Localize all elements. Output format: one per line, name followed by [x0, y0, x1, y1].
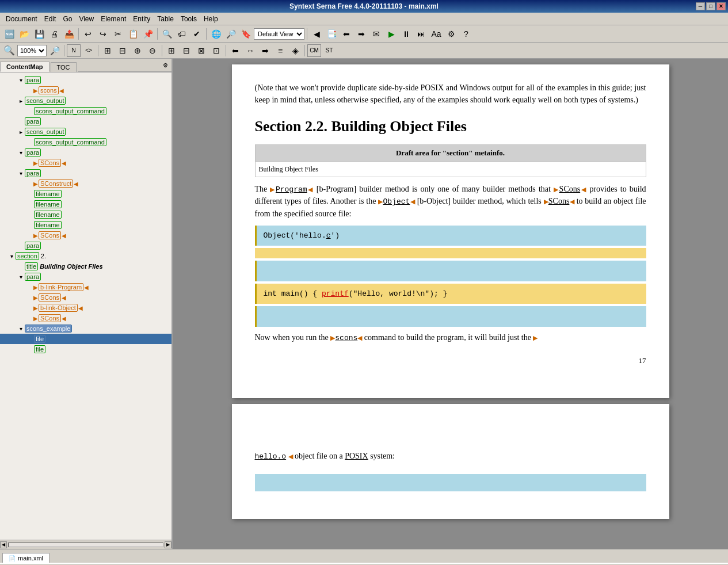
- align-right-btn[interactable]: ➡: [258, 44, 272, 57]
- tree-node-para5[interactable]: para: [0, 240, 171, 251]
- col-del-btn[interactable]: ⊟: [180, 44, 193, 57]
- zoom-out-button[interactable]: 🔍: [2, 44, 16, 57]
- tree-node-sconsout2[interactable]: ▸ scons_output: [0, 127, 171, 137]
- table-delete-btn[interactable]: ⊟: [116, 44, 129, 57]
- close-button[interactable]: ✕: [716, 2, 726, 10]
- tree-node-sconsout1[interactable]: ▸ scons_output: [0, 96, 171, 106]
- menu-view[interactable]: View: [75, 14, 97, 24]
- tree-node-filename2[interactable]: filename: [0, 199, 171, 209]
- menu-edit[interactable]: Edit: [41, 14, 60, 24]
- tags-button[interactable]: 🏷: [175, 28, 189, 40]
- menu-entity[interactable]: Entity: [129, 14, 154, 24]
- tree-node-file1[interactable]: file: [0, 334, 171, 344]
- row-add-btn[interactable]: ⊕: [131, 44, 144, 57]
- minimize-button[interactable]: ─: [696, 2, 705, 10]
- left-hscroll[interactable]: ◀ ▶: [0, 540, 171, 549]
- mail-button[interactable]: ✉: [369, 28, 383, 40]
- next-button[interactable]: ⏭: [414, 28, 428, 40]
- tree-node-scons3[interactable]: ▶ SCons ◀: [0, 230, 171, 240]
- tree-node-blinkprog[interactable]: ▶ b-link-Program ◀: [0, 282, 171, 292]
- tree-node-para1[interactable]: ▾ para: [0, 75, 171, 85]
- toggle-sconsexample[interactable]: ▾: [17, 325, 24, 332]
- help-btn[interactable]: ?: [459, 28, 473, 40]
- tree-node-scons1[interactable]: ▶ scons ◀: [0, 85, 171, 96]
- zoom-in-button[interactable]: 🔎: [48, 44, 62, 57]
- table-insert-btn[interactable]: ⊞: [101, 44, 115, 57]
- col-add-btn[interactable]: ⊞: [165, 44, 178, 57]
- menu-go[interactable]: Go: [59, 14, 75, 24]
- toggle-sconsout1[interactable]: ▸: [17, 97, 24, 104]
- tree-node-scons5[interactable]: ▶ SCons ◀: [0, 313, 171, 323]
- tree-node-sconsoutcmd2[interactable]: scons_output_command: [0, 137, 171, 147]
- valid-button[interactable]: ✔: [190, 28, 204, 40]
- tree-node-sconstruct[interactable]: ▶ SConstruct ◀: [0, 178, 171, 189]
- spell-button[interactable]: Aa: [429, 28, 443, 40]
- align-left-btn[interactable]: ⬅: [228, 44, 242, 57]
- panel-settings-btn[interactable]: ⚙: [160, 60, 170, 70]
- tree-node-para2[interactable]: para: [0, 116, 171, 127]
- hscroll-track[interactable]: [8, 543, 163, 547]
- find-button[interactable]: 🔍: [160, 28, 174, 40]
- hscroll-right-btn[interactable]: ▶: [165, 541, 171, 548]
- tab-main-xml[interactable]: 📄 main.xml: [2, 553, 49, 563]
- tree-node-para4[interactable]: ▾ para: [0, 168, 171, 178]
- prev-button[interactable]: ◀: [310, 28, 323, 40]
- toggle-para4[interactable]: ▾: [17, 170, 24, 177]
- back-button[interactable]: ⬅: [340, 28, 353, 40]
- tree-node-filename3[interactable]: filename: [0, 209, 171, 220]
- menu-table[interactable]: Table: [154, 14, 177, 24]
- tree-node-filename4[interactable]: filename: [0, 220, 171, 230]
- tab-toc[interactable]: TOC: [51, 62, 77, 72]
- new-button[interactable]: 🆕: [2, 28, 16, 40]
- toggle-section[interactable]: ▾: [8, 253, 15, 259]
- view-mode-select[interactable]: Default View: [254, 28, 304, 40]
- align-justify-btn[interactable]: ≡: [273, 44, 287, 57]
- tree-node-title[interactable]: title Building Object Files: [0, 261, 171, 272]
- search-button[interactable]: 🔎: [224, 28, 238, 40]
- split-btn[interactable]: ⊡: [209, 44, 223, 57]
- pause-button[interactable]: ⏸: [399, 28, 413, 40]
- content-map-btn[interactable]: CM: [307, 44, 321, 57]
- align-center-btn[interactable]: ↔: [243, 44, 257, 57]
- right-panel[interactable]: (Note that we won't provide duplicate si…: [173, 59, 728, 549]
- redo-button[interactable]: ↪: [96, 28, 110, 40]
- toc-button[interactable]: 📑: [325, 28, 338, 40]
- tree-node-scons4[interactable]: ▶ SCons ◀: [0, 292, 171, 303]
- macro-button[interactable]: ⚙: [444, 28, 458, 40]
- tree-node-file2[interactable]: file: [0, 344, 171, 354]
- tree-node-sconsexample[interactable]: ▾ scons_example: [0, 323, 171, 334]
- hscroll-left-btn[interactable]: ◀: [0, 541, 7, 548]
- toggle-sconsout2[interactable]: ▸: [17, 128, 24, 135]
- structure-btn[interactable]: ST: [322, 44, 336, 57]
- cut-button[interactable]: ✂: [111, 28, 125, 40]
- tree-node-para3[interactable]: ▾ para: [0, 147, 171, 158]
- fwd-button[interactable]: ➡: [355, 28, 368, 40]
- tag-view-btn[interactable]: <>: [82, 44, 96, 57]
- tree-container[interactable]: ▾ para ▶ scons ◀ ▸ scons_output scons_ou…: [0, 72, 171, 540]
- menu-document[interactable]: Document: [2, 14, 41, 24]
- special-btn[interactable]: ◈: [288, 44, 302, 57]
- save-button[interactable]: 💾: [32, 28, 46, 40]
- tree-node-scons2[interactable]: ▶ SCons ◀: [0, 158, 171, 168]
- menu-element[interactable]: Element: [97, 14, 129, 24]
- export-button[interactable]: 📤: [62, 28, 76, 40]
- tree-node-sconsoutcmd1[interactable]: scons_output_command: [0, 106, 171, 116]
- tree-node-blinkobj[interactable]: ▶ b-link-Object ◀: [0, 303, 171, 313]
- copy-button[interactable]: 📋: [126, 28, 140, 40]
- toggle-para6[interactable]: ▾: [17, 273, 24, 280]
- toggle-para3[interactable]: ▾: [17, 149, 24, 156]
- undo-button[interactable]: ↩: [81, 28, 95, 40]
- run-button[interactable]: ▶: [384, 28, 398, 40]
- zoom-select[interactable]: 100%: [17, 45, 47, 56]
- print-button[interactable]: 🖨: [47, 28, 61, 40]
- tree-node-para6[interactable]: ▾ para: [0, 272, 171, 282]
- menu-tools[interactable]: Tools: [177, 14, 200, 24]
- maximize-button[interactable]: □: [706, 2, 715, 10]
- normal-view-btn[interactable]: N: [67, 44, 81, 57]
- toggle-para1[interactable]: ▾: [17, 77, 24, 83]
- row-del-btn[interactable]: ⊖: [146, 44, 159, 57]
- paste-button[interactable]: 📌: [141, 28, 155, 40]
- open-button[interactable]: 📂: [17, 28, 31, 40]
- menu-help[interactable]: Help: [200, 14, 222, 24]
- merge-btn[interactable]: ⊠: [195, 44, 208, 57]
